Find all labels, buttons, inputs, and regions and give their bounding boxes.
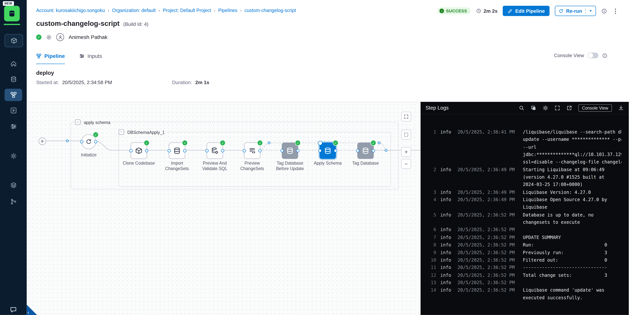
breadcrumb-pipelines[interactable]: Pipelines <box>218 8 237 13</box>
log-message: /liquibase/liquibase --search-path db <box>523 128 621 136</box>
database-icon <box>286 147 294 154</box>
gear-icon[interactable] <box>542 105 548 111</box>
canvas-select-button[interactable] <box>401 130 411 140</box>
log-row: (version 4.27.0 #1525 built at <box>426 174 629 181</box>
log-line-number: 11 <box>426 264 436 272</box>
chevron-down-icon[interactable]: ▼ <box>589 9 592 13</box>
connector-dot <box>80 140 84 144</box>
log-level <box>440 144 455 151</box>
node-initialize[interactable]: ✓ Initialize <box>81 134 96 149</box>
log-line-number: 2 <box>426 166 436 174</box>
node-import-changesets[interactable]: ✓ Import ChangeSets <box>169 142 185 159</box>
console-view-button[interactable]: Console View <box>578 104 612 112</box>
node-label: Initialize <box>71 152 106 158</box>
sidebar-item-connectors[interactable] <box>0 198 27 205</box>
sidebar-item-pipelines[interactable] <box>4 89 22 101</box>
search-icon[interactable] <box>519 105 524 111</box>
node-preview-changesets[interactable]: ✓ Preview ChangeSets <box>244 142 260 159</box>
success-check-icon: ✓ <box>93 132 99 138</box>
sidebar-item-environments[interactable] <box>0 182 27 188</box>
connector-dot <box>243 149 246 152</box>
log-timestamp <box>458 219 520 226</box>
log-line-number: 12 <box>426 272 436 279</box>
tab-pipeline-label: Pipeline <box>44 53 65 59</box>
log-row: --url <box>426 144 629 151</box>
node-clone-codebase[interactable]: ✓ Clone Codebase <box>130 142 147 159</box>
log-message: Liquibase <box>523 204 621 211</box>
node-tag-database[interactable]: ✓ Tag Database <box>358 142 374 159</box>
duration-value: 2m 1s <box>195 80 210 86</box>
edit-pipeline-button[interactable]: Edit Pipeline <box>503 6 550 16</box>
log-message: Liquibase Version: 4.27.0 <box>523 189 621 196</box>
external-link-icon[interactable] <box>566 105 572 111</box>
node-preview-validate-sql[interactable]: ✓ Preview And Validate SQL <box>206 142 223 159</box>
database-icon <box>173 147 180 154</box>
log-message: jdbc:**************ql://10.101.37.129 <box>523 151 621 158</box>
sidebar-item-filters[interactable] <box>0 123 27 130</box>
connector-dot <box>318 149 322 152</box>
tab-inputs[interactable]: Inputs <box>79 48 102 64</box>
sidebar-item-executions[interactable] <box>0 107 27 114</box>
log-line-number: 10 <box>426 256 436 264</box>
collapse-group-button[interactable]: − <box>75 120 80 125</box>
gear-icon[interactable] <box>46 34 52 40</box>
canvas-fullscreen-button[interactable] <box>401 112 411 122</box>
log-timestamp <box>458 181 520 189</box>
download-icon[interactable] <box>618 105 624 111</box>
node-tag-database-before-update[interactable]: ✓ Tag Database Before Update <box>282 142 298 159</box>
pipeline-canvas[interactable]: − apply schema − DBSchemaApply_1 ✓ Initi… <box>27 102 421 315</box>
breadcrumb-separator: › <box>240 8 242 12</box>
pipeline-start-node[interactable] <box>38 138 46 145</box>
play-square-icon <box>10 107 17 114</box>
sidebar-item-chat[interactable] <box>0 306 27 313</box>
sliders-icon <box>79 53 85 59</box>
sidebar-item-settings[interactable] <box>0 153 27 159</box>
zoom-in-button[interactable]: + <box>401 147 411 157</box>
step-group-dbschemaapply <box>118 132 391 187</box>
avatar <box>56 33 64 41</box>
log-line-number <box>426 204 436 211</box>
console-view-toggle[interactable] <box>588 52 598 58</box>
zoom-out-button[interactable]: − <box>401 159 411 169</box>
node-label: Tag Database Before Update <box>272 160 308 171</box>
info-icon[interactable] <box>601 8 607 14</box>
breadcrumb-current[interactable]: custom-changelog-script <box>244 8 296 13</box>
log-level: info <box>440 287 455 294</box>
success-check-icon: ✓ <box>144 140 150 146</box>
sidebar-item-modules[interactable] <box>4 34 23 47</box>
fullscreen-icon[interactable] <box>554 105 560 111</box>
collapse-group-button[interactable]: − <box>119 130 124 135</box>
rerun-button[interactable]: Re-run ▼ <box>555 6 596 16</box>
log-level: info <box>440 128 455 136</box>
log-message: Liquibase Open Source 4.27.0 by <box>523 196 621 204</box>
button-divider <box>585 8 586 14</box>
log-level: info <box>440 212 455 219</box>
edit-pipeline-label: Edit Pipeline <box>515 8 545 14</box>
log-lines[interactable]: 1 info 20/5/2025, 2:36:41 PM /liquibase/… <box>420 114 629 302</box>
brand-logo-icon[interactable] <box>4 6 20 21</box>
breadcrumb-organization[interactable]: Organization: default <box>112 8 156 13</box>
sidebar-item-databases[interactable] <box>0 76 27 82</box>
copy-icon[interactable] <box>531 105 536 111</box>
pipeline-success-icon: ✓ <box>36 34 42 40</box>
breadcrumb-separator: › <box>108 8 109 12</box>
log-timestamp <box>458 158 520 166</box>
breadcrumb-project[interactable]: Project: Default Project <box>163 8 211 13</box>
log-timestamp <box>458 294 520 302</box>
breadcrumb-account[interactable]: Account: kurosakiichigo.songoku <box>36 8 105 13</box>
node-label: Preview ChangeSets <box>234 160 270 171</box>
log-level: info <box>440 226 455 234</box>
tab-pipeline[interactable]: Pipeline <box>36 48 65 64</box>
node-apply-schema[interactable]: ✓ Apply Schema <box>320 142 336 159</box>
sidebar-item-home[interactable] <box>0 60 27 67</box>
connector-dot <box>221 149 224 152</box>
log-row: 13 info 20/5/2025, 2:36:52 PM <box>426 279 629 287</box>
database-gear-icon <box>211 147 218 154</box>
console-view-label: Console View <box>554 52 584 58</box>
log-line-number: 5 <box>426 212 436 219</box>
log-timestamp <box>458 204 520 211</box>
info-icon[interactable] <box>602 53 608 58</box>
pipeline-icon <box>36 53 42 59</box>
more-options-icon[interactable]: ⋮ <box>612 9 618 13</box>
app-root: NEW <box>0 0 644 315</box>
